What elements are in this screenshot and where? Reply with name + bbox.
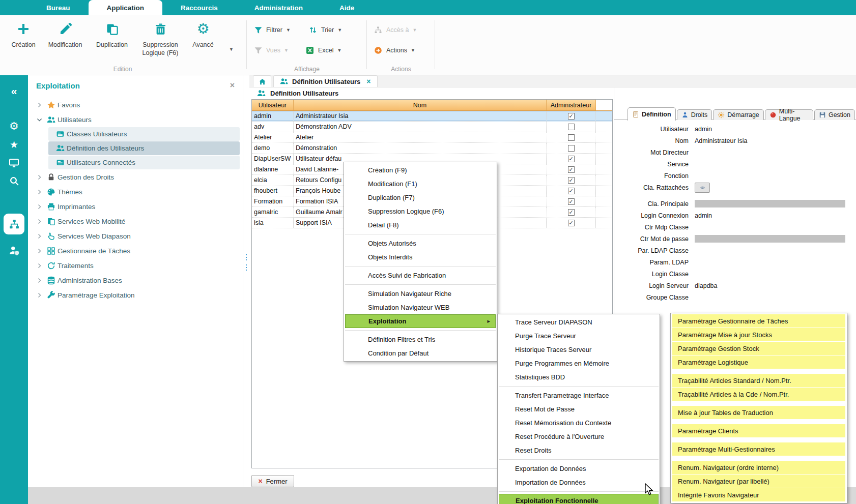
column-administrateur[interactable]: Administrateur <box>547 100 596 110</box>
detail-tab-droits[interactable]: Droits <box>677 109 712 120</box>
chevron-right-icon[interactable] <box>34 189 44 195</box>
checkbox-checked[interactable]: ✓ <box>568 156 575 162</box>
field-value[interactable]: diapdba <box>695 282 718 289</box>
exploitation-rail-icon[interactable] <box>4 214 24 234</box>
search-rail-icon[interactable] <box>0 172 28 190</box>
table-row-atelier[interactable]: AtelierAtelier <box>252 132 612 143</box>
menu-item-suppression-logique-f6[interactable]: Suppression Logique (F6) <box>344 204 497 218</box>
menu-item-detail-f8[interactable]: Détail (F8) <box>344 218 497 232</box>
checkbox-checked[interactable]: ✓ <box>568 113 575 120</box>
sidebar-item-parametrage-exploitation[interactable]: Paramétrage Exploitation <box>28 288 240 303</box>
sidebar-item-traitements[interactable]: Traitements <box>28 258 240 273</box>
sidebar-item-administration-bases[interactable]: Administration Bases <box>28 273 240 288</box>
menu-item-historique-traces-serveur[interactable]: Historique Traces Serveur <box>498 343 660 357</box>
sidebar-item-favoris[interactable]: Favoris <box>28 98 240 112</box>
menu-item-parametrage-mise-a-jour-stocks[interactable]: Paramétrage Mise à jour Stocks <box>672 328 845 341</box>
settings-rail-icon[interactable]: ⚙ <box>0 117 28 135</box>
menu-item-reset-procedure-a-l-ouverture[interactable]: Reset Procédure à l'Ouverture <box>498 430 660 443</box>
checkbox-unchecked[interactable] <box>568 134 575 141</box>
menu-item-creation-f9[interactable]: Création (F9) <box>344 163 497 177</box>
field-value[interactable]: admin <box>695 126 712 133</box>
sidebar-item-utilisateurs[interactable]: Utilisateurs <box>28 112 240 127</box>
table-row-adv[interactable]: advDémonstration ADV <box>252 122 612 132</box>
column-nom[interactable]: Nom <box>294 100 547 110</box>
menu-item-renum-navigateur-par-libelle[interactable]: Renum. Navigateur (par libellé) <box>672 475 845 488</box>
table-row-demo[interactable]: demoDémonstration <box>252 143 612 154</box>
avance-dropdown-icon[interactable]: ▼ <box>229 47 234 52</box>
menu-item-reset-droits[interactable]: Reset Droits <box>498 443 660 457</box>
chevron-right-icon[interactable] <box>34 174 44 181</box>
panel-close-icon[interactable]: × <box>230 81 235 90</box>
checkbox-checked[interactable]: ✓ <box>568 209 575 216</box>
menu-item-acces-suivi-de-fabrication[interactable]: Accès Suivi de Fabrication <box>344 269 497 282</box>
chevron-right-icon[interactable] <box>34 292 44 299</box>
menu-item-reset-mot-de-passe[interactable]: Reset Mot de Passe <box>498 402 660 416</box>
modification-button[interactable]: Modification <box>42 17 89 57</box>
menu-item-trace-serveur-diapason[interactable]: Trace Serveur DIAPASON <box>498 315 660 329</box>
filtrer-button[interactable]: Filtrer▼ <box>253 22 291 38</box>
menu-item-exploitation-fonctionnelle[interactable]: Exploitation Fonctionnelle <box>499 494 659 504</box>
suppression-logique-button[interactable]: Suppression Logique (F6) <box>135 17 185 57</box>
chevron-right-icon[interactable] <box>34 248 44 254</box>
menu-item-tracabilite-articles-a-la-cde-nom-ptr[interactable]: Traçabilité Articles à la Cde / Nom.Ptr. <box>672 388 845 401</box>
chevron-down-icon[interactable] <box>34 116 44 123</box>
collapse-sidebar-button[interactable]: « <box>0 82 28 100</box>
menu-item-simulation-navigateur-riche[interactable]: Simulation Navigateur Riche <box>344 287 497 301</box>
duplication-button[interactable]: Duplication <box>89 17 135 57</box>
detail-tab-multi-langue[interactable]: Multi-Langue <box>765 109 813 120</box>
sidebar-item-themes[interactable]: Thèmes <box>28 185 240 199</box>
creation-button[interactable]: Création <box>5 17 42 57</box>
menubar-item-administration[interactable]: Administration <box>236 0 321 15</box>
tab-close-icon[interactable]: × <box>366 77 370 85</box>
class-picker-button[interactable] <box>695 183 710 193</box>
favorites-rail-icon[interactable]: ★ <box>0 136 28 153</box>
menu-item-condition-par-defaut[interactable]: Condition par Défaut <box>344 346 497 360</box>
chevron-right-icon[interactable] <box>34 277 44 284</box>
sidebar-item-definition-des-utilisateurs[interactable]: Définition des Utilisateurs <box>48 141 240 155</box>
checkbox-checked[interactable]: ✓ <box>568 198 575 205</box>
menu-item-parametrage-gestionnaire-de-taches[interactable]: Paramétrage Gestionnaire de Tâches <box>672 314 845 328</box>
checkbox-unchecked[interactable] <box>568 124 575 130</box>
tab-definition-utilisateurs[interactable]: Définition Utilisateurs × <box>273 75 378 87</box>
vues-button[interactable]: Vues▼ <box>253 43 289 58</box>
menu-item-duplication-f7[interactable]: Duplication (F7) <box>344 191 497 204</box>
menu-item-exportation-de-donnees[interactable]: Exportation de Données <box>498 462 660 476</box>
chevron-right-icon[interactable] <box>34 218 44 225</box>
menu-item-reset-memorisation-du-contexte[interactable]: Reset Mémorisation du Contexte <box>498 416 660 430</box>
menu-item-modification-f1[interactable]: Modification (F1) <box>344 177 497 191</box>
menu-item-parametrage-clients[interactable]: Paramétrage Clients <box>672 424 845 437</box>
sidebar-item-gestionnaire-de-taches[interactable]: Gestionnaire de Tâches <box>28 244 240 258</box>
chevron-right-icon[interactable] <box>34 203 44 210</box>
menu-item-definition-filtres-et-tris[interactable]: Définition Filtres et Tris <box>344 333 497 346</box>
menubar-item-application[interactable]: Application <box>89 0 163 15</box>
menu-item-transfert-parametrage-interface[interactable]: Transfert Parametrage Interface <box>498 389 660 402</box>
menu-item-renum-navigateur-ordre-interne[interactable]: Renum. Navigateur (ordre interne) <box>672 461 845 474</box>
table-row-admin[interactable]: adminAdministrateur Isia✓ <box>252 111 612 122</box>
chevron-right-icon[interactable] <box>34 102 44 108</box>
sidebar-item-imprimantes[interactable]: Imprimantes <box>28 199 240 214</box>
menu-item-parametrage-gestion-stock[interactable]: Paramétrage Gestion Stock <box>672 342 845 355</box>
column-utilisateur[interactable]: Utilisateur <box>252 100 294 110</box>
chevron-right-icon[interactable] <box>34 233 44 240</box>
menu-item-objets-autorises[interactable]: Objets Autorisés <box>344 236 497 250</box>
menu-item-simulation-navigateur-web[interactable]: Simulation Navigateur WEB <box>344 301 497 314</box>
desktop-rail-icon[interactable] <box>0 154 28 171</box>
checkbox-checked[interactable]: ✓ <box>568 177 575 184</box>
acces-a-button[interactable]: Accès à▼ <box>374 22 417 38</box>
checkbox-checked[interactable]: ✓ <box>568 188 575 194</box>
menu-item-tracabilite-articles-standard-nom-ptr[interactable]: Traçabilité Articles Standard / Nom.Ptr. <box>672 374 845 387</box>
menu-item-exploitation[interactable]: Exploitation▸ <box>345 314 496 328</box>
detail-tab-gestion[interactable]: Gestion <box>814 109 855 120</box>
users-rail-icon[interactable] <box>0 242 28 259</box>
menu-item-statistiques-bdd[interactable]: Statistiques BDD <box>498 370 660 384</box>
sidebar-item-services-web-mobilite[interactable]: Services Web Mobilité <box>28 214 240 229</box>
detail-tab-demarrage[interactable]: Démarrage <box>713 109 764 120</box>
menu-item-mise-a-jour-tables-de-traduction[interactable]: Mise à jour Tables de Traduction <box>672 406 845 419</box>
menu-item-integrite-favoris-navigateur[interactable]: Intégrité Favoris Navigateur <box>672 488 845 501</box>
menubar-item-aide[interactable]: Aide <box>321 0 373 15</box>
fermer-button[interactable]: × Fermer <box>251 475 294 487</box>
trier-button[interactable]: Trier▼ <box>308 22 342 38</box>
checkbox-checked[interactable]: ✓ <box>568 166 575 173</box>
avance-button[interactable]: ⚙ Avancé <box>185 17 221 57</box>
field-value[interactable]: Administrateur Isia <box>695 137 748 144</box>
